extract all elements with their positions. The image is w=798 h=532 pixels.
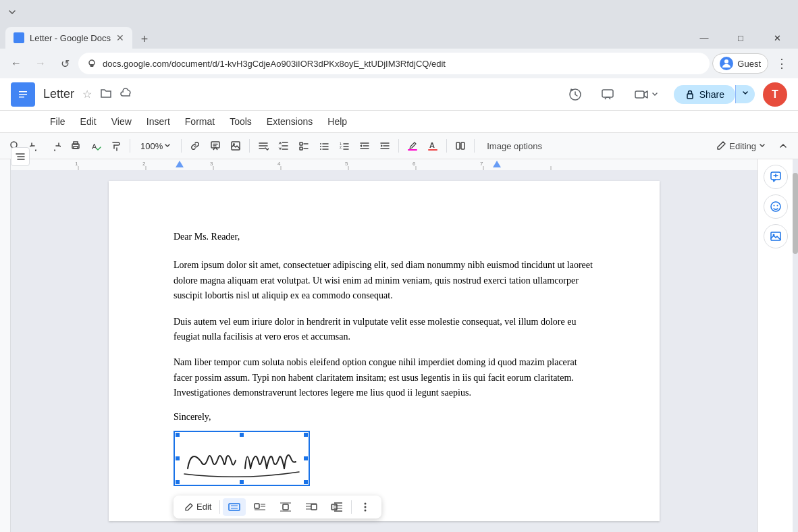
- redo-button[interactable]: [46, 136, 65, 155]
- panel-image-button[interactable]: [764, 224, 788, 248]
- zoom-selector[interactable]: 100%: [134, 139, 177, 153]
- image-behind-text-button[interactable]: [325, 498, 348, 516]
- svg-text:3: 3: [210, 161, 213, 167]
- handle-middle-right[interactable]: [303, 456, 309, 461]
- numbered-list-button[interactable]: 1.2.: [335, 136, 354, 155]
- user-avatar[interactable]: T: [763, 82, 787, 107]
- menu-view[interactable]: View: [105, 113, 138, 130]
- break-text-icon: [280, 501, 292, 513]
- right-panel: [757, 159, 793, 532]
- menu-extensions[interactable]: Extensions: [260, 113, 319, 130]
- signature-wrapper[interactable]: Edit: [174, 431, 310, 489]
- spellcheck-button[interactable]: A: [86, 136, 105, 155]
- address-bar-row: ← → ↺ docs.google.com/document/d/1-kvH3g…: [0, 49, 798, 78]
- refresh-button[interactable]: ↺: [54, 53, 76, 74]
- close-button[interactable]: ✕: [762, 27, 793, 49]
- svg-rect-89: [331, 504, 337, 510]
- handle-bottom-center[interactable]: [239, 479, 244, 485]
- menu-insert[interactable]: Insert: [140, 113, 177, 130]
- comment-button[interactable]: [595, 82, 620, 107]
- signature-image[interactable]: [174, 431, 310, 486]
- scrollbar[interactable]: [793, 159, 798, 532]
- address-box[interactable]: docs.google.com/document/d/1-kvH3gCdjeAo…: [78, 53, 710, 74]
- menu-tools[interactable]: Tools: [223, 113, 259, 130]
- insert-link-button[interactable]: [186, 136, 205, 155]
- minimize-button[interactable]: —: [689, 27, 720, 49]
- svg-text:A: A: [92, 142, 97, 151]
- column-button[interactable]: [451, 136, 470, 155]
- menu-format[interactable]: Format: [178, 113, 221, 130]
- outline-toggle[interactable]: [11, 159, 30, 166]
- handle-middle-left[interactable]: [175, 456, 180, 461]
- new-tab-button[interactable]: +: [135, 30, 154, 49]
- profile-button[interactable]: Guest: [712, 53, 768, 74]
- share-caret-button[interactable]: [735, 85, 755, 103]
- svg-rect-8: [602, 90, 613, 97]
- document-page[interactable]: Dear Ms. Reader, Lorem ipsum dolor sit a…: [109, 181, 660, 521]
- expand-arrow[interactable]: [5, 5, 19, 19]
- image-options-button[interactable]: Image options: [479, 138, 550, 154]
- increase-indent-button[interactable]: [375, 136, 394, 155]
- docs-header: Letter ☆ Share: [0, 78, 798, 111]
- scrollbar-thumb[interactable]: [793, 173, 798, 254]
- video-button[interactable]: [628, 85, 666, 104]
- docs-app: Letter ☆ Share: [0, 78, 798, 532]
- svg-point-96: [365, 509, 367, 511]
- history-button[interactable]: [563, 82, 587, 107]
- svg-point-94: [365, 502, 367, 504]
- print-button[interactable]: [66, 136, 85, 155]
- lock-icon: [86, 58, 97, 69]
- doc-paragraph-2: Duis autem vel eum iriure dolor in hendr…: [174, 315, 595, 345]
- img-divider-2: [351, 500, 352, 514]
- tab-close-btn[interactable]: ✕: [116, 32, 124, 43]
- list-button[interactable]: [315, 136, 334, 155]
- back-button[interactable]: ←: [5, 53, 27, 74]
- decrease-indent-button[interactable]: [355, 136, 374, 155]
- paint-format-button[interactable]: [107, 136, 126, 155]
- svg-rect-53: [461, 142, 464, 149]
- doc-paragraph-3: Nam liber tempor cum soluta nobis eleife…: [174, 355, 595, 400]
- text-color-button[interactable]: A: [423, 136, 442, 155]
- share-label: Share: [699, 89, 724, 100]
- browser-menu-button[interactable]: ⋮: [771, 53, 793, 74]
- svg-point-34: [320, 149, 321, 150]
- handle-top-center[interactable]: [239, 432, 244, 437]
- menu-help[interactable]: Help: [321, 113, 354, 130]
- toolbar-collapse-button[interactable]: [774, 136, 793, 155]
- more-options-icon: [360, 502, 371, 512]
- image-edit-button[interactable]: Edit: [179, 499, 217, 514]
- image-wrap-inline-button[interactable]: [223, 498, 246, 516]
- docs-logo[interactable]: [11, 82, 35, 107]
- image-front-text-button[interactable]: [300, 498, 323, 516]
- image-break-text-button[interactable]: [274, 498, 297, 516]
- panel-comment-button[interactable]: [764, 165, 788, 189]
- image-more-options-button[interactable]: [354, 499, 376, 515]
- handle-top-right[interactable]: [303, 432, 309, 437]
- img-divider-1: [219, 500, 220, 514]
- handle-top-left[interactable]: [175, 432, 180, 437]
- folder-icon[interactable]: [100, 87, 112, 102]
- maximize-button[interactable]: □: [725, 27, 756, 49]
- highlight-button[interactable]: [403, 136, 422, 155]
- toolbar-divider-5: [446, 139, 447, 153]
- handle-bottom-left[interactable]: [175, 479, 180, 485]
- insert-image-button[interactable]: [226, 136, 245, 155]
- star-icon[interactable]: ☆: [82, 88, 92, 101]
- insert-comment-button[interactable]: [206, 136, 225, 155]
- align-button[interactable]: [254, 136, 273, 155]
- handle-bottom-right[interactable]: [303, 479, 309, 485]
- forward-button[interactable]: →: [30, 53, 51, 74]
- ruler-svg: 1 2 3 4 5 6 7: [11, 159, 757, 170]
- menu-edit[interactable]: Edit: [74, 113, 103, 130]
- panel-emoji-button[interactable]: [764, 194, 788, 219]
- svg-point-95: [365, 506, 367, 508]
- share-button[interactable]: Share: [674, 85, 735, 104]
- cloud-icon[interactable]: [120, 87, 132, 102]
- editing-mode-button[interactable]: Editing: [709, 138, 772, 154]
- active-tab[interactable]: Letter - Google Docs ✕: [5, 27, 132, 49]
- menu-file[interactable]: File: [43, 113, 72, 130]
- image-wrap-text-button[interactable]: [248, 498, 271, 516]
- line-spacing-button[interactable]: [274, 136, 293, 155]
- checklist-button[interactable]: [294, 136, 313, 155]
- toolbar-divider-4: [398, 139, 399, 153]
